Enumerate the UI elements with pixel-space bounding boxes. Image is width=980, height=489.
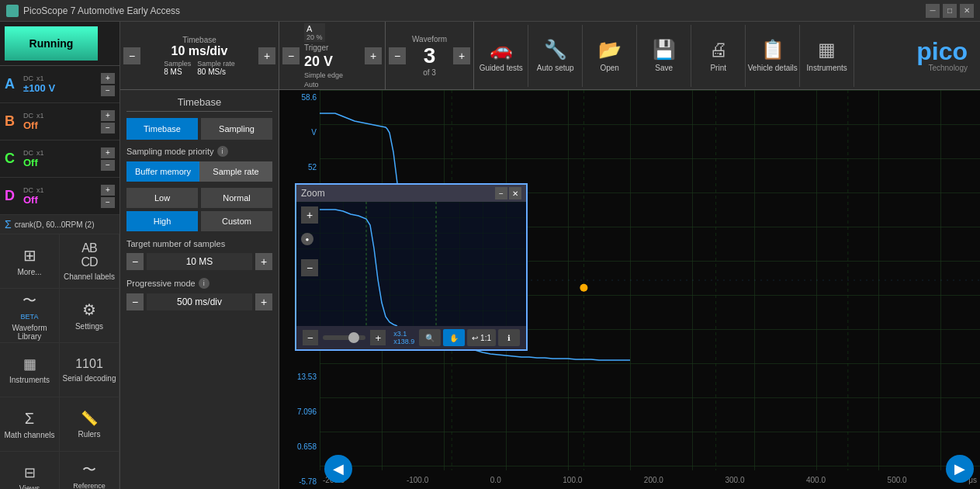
serial-decoding-button[interactable]: 1101 Serial decoding <box>60 343 119 397</box>
grid-icon: ⊞ <box>23 246 36 265</box>
zoom-plus-slider-button[interactable]: + <box>370 330 386 345</box>
zoom-info-button[interactable]: ℹ <box>498 329 520 346</box>
channels-list: A DC x1 ±100 V + − B DC <box>0 66 119 489</box>
zoom-minus-slider-button[interactable]: − <box>303 330 318 345</box>
channel-c-minus[interactable]: − <box>101 160 115 171</box>
samples-label: Samples <box>164 60 191 68</box>
undo-icon: ↩ <box>472 334 478 342</box>
channel-b-letter: B <box>5 113 20 130</box>
views-icon: ⊟ <box>24 464 36 481</box>
zoom-selector-dot[interactable]: ● <box>301 233 313 245</box>
waveform-plus-button[interactable]: + <box>453 47 470 64</box>
timebase-plus-button[interactable]: + <box>258 47 275 64</box>
settings-button[interactable]: ⚙ Settings <box>60 289 119 343</box>
x-label-2: 0.0 <box>490 476 501 484</box>
y-label-unit: V <box>279 128 320 137</box>
instruments-button[interactable]: ▦ Instruments <box>800 25 854 87</box>
zoom-title: Zoom <box>301 188 325 199</box>
y-label-0: 58.6 <box>279 93 320 102</box>
priority-low-button[interactable]: Low <box>126 188 198 208</box>
zoom-close-button[interactable]: ✕ <box>509 187 521 199</box>
channel-c[interactable]: C DC x1 Off + − <box>0 140 119 178</box>
sample-rate-tab[interactable]: Sample rate <box>199 161 272 182</box>
y-label-8: 7.096 <box>279 408 320 416</box>
save-button[interactable]: 💾 Save <box>637 25 691 87</box>
running-button[interactable]: Running <box>5 26 98 61</box>
channel-d[interactable]: D DC x1 Off + − <box>0 178 119 215</box>
priority-normal-button[interactable]: Normal <box>201 188 272 208</box>
rulers-button[interactable]: 📏 Rulers <box>60 397 119 452</box>
guided-tests-button[interactable]: 🚗 Guided tests <box>474 25 528 87</box>
views-button[interactable]: ⊟ Views <box>0 452 60 489</box>
waveform-library-button[interactable]: 〜 BETA Waveform Library <box>0 289 60 343</box>
math-channel-item[interactable]: Σ crank(D, 60...0RPM (2) <box>0 215 119 234</box>
panel-title: Timebase <box>126 96 272 112</box>
pico-logo: pico Technology <box>904 39 980 72</box>
nav-left-button[interactable]: ◀ <box>324 455 352 483</box>
channel-c-plus[interactable]: + <box>101 147 115 158</box>
folder-icon: 📂 <box>598 39 622 61</box>
trigger-plus-button[interactable]: + <box>365 47 382 64</box>
timebase-header-label: Timebase <box>182 36 216 44</box>
target-samples-plus[interactable]: + <box>255 253 272 270</box>
channel-a-plus[interactable]: + <box>101 73 115 84</box>
timebase-tab[interactable]: Timebase <box>126 118 198 140</box>
car-icon: 🚗 <box>490 39 513 61</box>
progressive-mode-minus[interactable]: − <box>126 293 144 310</box>
zoom-slider-thumb[interactable] <box>348 332 359 343</box>
priority-custom-button[interactable]: Custom <box>201 211 272 231</box>
auto-setup-button[interactable]: 🔧 Auto setup <box>528 25 583 87</box>
channel-d-minus[interactable]: − <box>101 197 115 208</box>
y-label-10: -5.78 <box>279 477 320 486</box>
channel-d-plus[interactable]: + <box>101 185 115 196</box>
zoom-reset-button[interactable]: ↩ 1:1 <box>467 329 496 346</box>
zoom-chart-svg <box>296 202 526 326</box>
math-channels-button[interactable]: Σ Math channels <box>0 397 60 452</box>
zoom-slider[interactable] <box>323 335 365 340</box>
print-button[interactable]: 🖨 Print <box>691 25 746 87</box>
priority-high-button[interactable]: High <box>126 211 198 231</box>
timebase-minus-button[interactable]: − <box>123 47 140 64</box>
vehicle-details-button[interactable]: 📋 Vehicle details <box>746 25 800 87</box>
channel-d-mult: x1 <box>36 186 44 194</box>
trigger-minus-button[interactable]: − <box>282 47 300 64</box>
sampling-tab[interactable]: Sampling <box>201 118 272 140</box>
instruments-bottom-button[interactable]: ▦ Instruments <box>0 343 60 397</box>
x-label-1: -100.0 <box>407 476 428 484</box>
channel-a-minus[interactable]: − <box>101 85 115 96</box>
channel-b[interactable]: B DC x1 Off + − <box>0 103 119 140</box>
nav-right-button[interactable]: ▶ <box>946 455 974 483</box>
ruler-icon: 📏 <box>81 410 98 427</box>
minimize-button[interactable]: ─ <box>926 4 940 18</box>
progressive-info-icon[interactable]: i <box>199 278 210 289</box>
buffer-memory-tab[interactable]: Buffer memory <box>126 161 199 182</box>
channel-labels-button[interactable]: ABCD Channel labels <box>60 234 119 289</box>
zoom-plus-top-button[interactable]: + <box>301 206 318 224</box>
target-samples-minus[interactable]: − <box>126 253 144 270</box>
waveform-minus-button[interactable]: − <box>389 47 406 64</box>
maximize-button[interactable]: □ <box>943 4 957 18</box>
channel-c-dc: DC <box>23 149 33 157</box>
channel-b-minus[interactable]: − <box>101 123 115 134</box>
sampling-info-icon[interactable]: i <box>217 146 228 157</box>
close-button[interactable]: ✕ <box>960 4 974 18</box>
progressive-mode-value: 500 ms/div <box>147 293 252 310</box>
zoom-minimize-button[interactable]: − <box>495 187 507 199</box>
reference-waveforms-button[interactable]: 〜 Reference waveforms <box>60 452 119 489</box>
zoom-pan-button[interactable]: ✋ <box>443 329 465 346</box>
x-label-3: 100.0 <box>563 476 582 484</box>
target-samples-value: 10 MS <box>147 253 252 270</box>
zoom-scale-y: x138.9 <box>393 338 414 345</box>
trigger-marker <box>580 284 587 292</box>
progressive-mode-plus[interactable]: + <box>255 293 272 310</box>
channel-c-letter: C <box>5 151 20 167</box>
channel-a[interactable]: A DC x1 ±100 V + − <box>0 66 119 103</box>
zoom-magnify-button[interactable]: 🔍 <box>419 329 441 346</box>
more-button[interactable]: ⊞ More... <box>0 234 60 289</box>
zoom-titlebar[interactable]: Zoom − ✕ <box>296 185 526 202</box>
x-label-6: 400.0 <box>806 476 826 484</box>
open-button[interactable]: 📂 Open <box>583 25 637 87</box>
math-channel-label: crank(D, 60...0RPM (2) <box>15 220 95 229</box>
channel-b-plus[interactable]: + <box>101 110 115 121</box>
zoom-minus-top-button[interactable]: − <box>301 259 318 276</box>
